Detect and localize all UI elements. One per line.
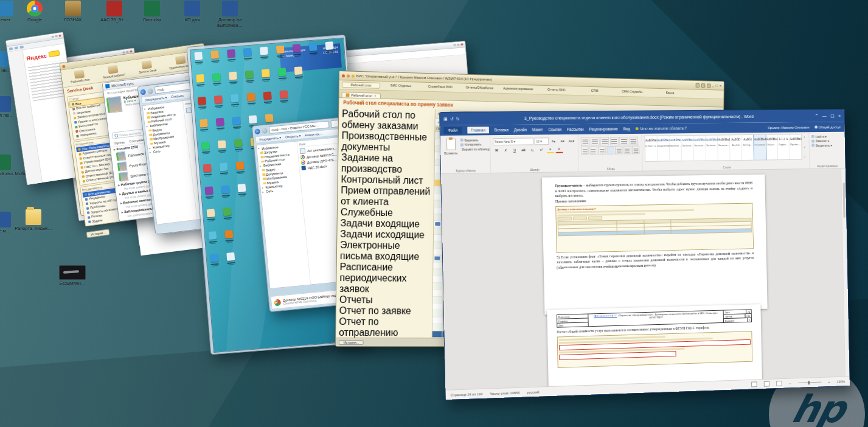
account-name[interactable]: Крымин Максим Олегович [768, 125, 810, 129]
desktop-shortcut-icon[interactable] [325, 41, 334, 50]
action-item[interactable]: Отчет по заявке [339, 305, 429, 317]
history-button[interactable]: История... [86, 229, 109, 238]
action-item[interactable]: Отчет по отправлению [339, 316, 429, 338]
document-page-2[interactable]: ИзменениеПодписьДата ЛНС 10.11-3 С ПВ СС… [547, 304, 762, 390]
desktop-shortcut-icon[interactable] [223, 207, 231, 216]
action-item[interactable]: Расписание периодических заявок [339, 262, 430, 295]
bullets-icon[interactable] [581, 137, 590, 145]
maximize-button[interactable]: ▢ [830, 113, 835, 119]
style-cell[interactable]: АаБбВв1 Заголов… [718, 135, 731, 160]
close-icon[interactable]: × [374, 94, 377, 98]
desktop-shortcut-icon[interactable] [232, 116, 241, 125]
menu-item[interactable]: Отчеты/Обработки [461, 85, 498, 92]
service-desk-tab[interactable]: Service Desk [130, 57, 164, 76]
ribbon-tab[interactable]: Вид [623, 127, 630, 131]
desktop-shortcut-icon[interactable] [201, 142, 210, 150]
action-item[interactable]: Служебные [341, 207, 431, 219]
history-button[interactable]: История... [339, 340, 364, 345]
read-mode-icon[interactable] [752, 381, 758, 387]
forward-button[interactable] [147, 88, 153, 94]
desktop-shortcut-icon[interactable] [227, 49, 235, 58]
underline-button[interactable]: Ч [510, 146, 518, 153]
close-icon[interactable]: × [838, 113, 841, 119]
desktop-shortcut-icon[interactable] [263, 91, 272, 100]
desktop-shortcut-icon[interactable] [196, 74, 204, 83]
desktop-shortcut-icon[interactable] [210, 254, 218, 262]
desktop-shortcut-icon[interactable] [260, 47, 268, 55]
increase-indent-icon[interactable] [619, 136, 628, 145]
save-icon[interactable]: ▣ [443, 116, 448, 121]
tell-me-box[interactable]: Что вы хотите сделать? [635, 126, 686, 131]
minimize-button[interactable]: _ [712, 84, 714, 88]
desktop-shortcut-icon[interactable] [220, 162, 228, 171]
desktop-shortcut-icon[interactable] [224, 230, 233, 238]
select-button[interactable]: Выделить ▾ [812, 143, 843, 147]
menu-item[interactable]: Рабочий стол [342, 82, 380, 89]
desktop-icon[interactable]: ААС 39_5+… [95, 1, 133, 23]
desktop-shortcut-icon[interactable] [276, 45, 285, 54]
grow-font-button[interactable]: А▴ [550, 137, 558, 145]
menu-item[interactable]: Администрирование [500, 86, 536, 93]
desktop-shortcut-icon[interactable] [278, 68, 286, 76]
style-cell[interactable]: АаБбВв1 Заголов… [706, 136, 718, 161]
desktop-icon[interactable]: Безымянн… [54, 265, 91, 286]
zoom-slider[interactable] [797, 381, 821, 383]
align-center-icon[interactable] [589, 146, 597, 154]
tab-workdesk[interactable]: Рабочий стол × [342, 92, 381, 99]
style-cell[interactable]: АаБбВв1 Обычный [754, 135, 766, 160]
style-cell[interactable]: АаБбВв1 Обычн… [766, 135, 778, 160]
desktop-shortcut-icon[interactable] [243, 48, 252, 57]
shrink-font-button[interactable]: А▾ [558, 137, 566, 144]
action-item[interactable]: Задачи исходящие [340, 229, 430, 241]
ribbon-tab[interactable]: Главная [467, 127, 489, 133]
action-item[interactable]: Производственные документы [341, 130, 431, 154]
desktop-shortcut-icon[interactable] [210, 50, 219, 59]
desktop-shortcut-icon[interactable] [221, 185, 230, 193]
align-left-icon[interactable] [581, 146, 589, 154]
zoom-in-button[interactable]: + [828, 380, 830, 384]
copy-button[interactable]: Копировать [460, 142, 487, 146]
toolbar-button[interactable]: Открыть [171, 94, 184, 99]
style-cell[interactable]: АаБбВв1 4-Текст о… [645, 136, 658, 161]
desktop-icon[interactable]: ГОЗНАК [54, 1, 92, 23]
ribbon-options-icon[interactable]: ⌃ [815, 113, 819, 119]
style-cell[interactable]: 1.1.1 А Подзаг… [778, 134, 790, 159]
justify-icon[interactable] [606, 146, 614, 154]
gallery-scroll[interactable]: ▴▾≡ [802, 134, 807, 160]
style-cell[interactable]: АаБбВв1 Заголов… [682, 136, 695, 161]
service-desk-tab[interactable]: Рабочий стол [62, 67, 97, 86]
multilevel-icon[interactable] [600, 137, 609, 145]
action-item[interactable]: Отчеты [339, 294, 429, 306]
desktop-shortcut-icon[interactable] [198, 97, 206, 105]
align-right-icon[interactable] [598, 146, 606, 154]
desktop-shortcut-icon[interactable] [216, 118, 224, 127]
desktop-shortcut-icon[interactable] [203, 164, 212, 172]
numbering-icon[interactable] [591, 137, 600, 145]
desktop-shortcut-icon[interactable] [208, 231, 217, 240]
sort-icon[interactable] [629, 136, 638, 145]
style-cell[interactable]: АаБбВв1 Пропис… [790, 134, 802, 159]
window-word[interactable]: ▣↺↻ 3_Руководство специалиста отдела кли… [439, 109, 850, 400]
italic-button[interactable]: К [502, 146, 510, 153]
desktop-icon[interactable]: Лист.xlsx [133, 1, 171, 23]
font-family-select[interactable]: Times New R ▾ [493, 137, 533, 145]
toolbar-icon[interactable] [695, 83, 700, 87]
ribbon-tab[interactable]: Файл [444, 127, 462, 134]
style-cell[interactable]: АаБб1 M-Only… [742, 135, 754, 160]
back-button[interactable]: ← [254, 128, 260, 134]
desktop-shortcut-icon[interactable] [207, 209, 215, 217]
desktop-shortcut-icon[interactable] [229, 72, 237, 80]
minimize-button[interactable]: — [822, 113, 827, 119]
toolbar-button[interactable]: Открыть ▾ [285, 134, 301, 139]
print-layout-icon[interactable] [764, 381, 770, 387]
desktop-shortcut-icon[interactable] [205, 186, 214, 195]
desktop-shortcut-icon[interactable] [293, 44, 301, 52]
desktop-shortcut-icon[interactable] [245, 71, 254, 79]
ribbon-tab[interactable]: Макет [532, 127, 543, 131]
ribbon-tab[interactable]: Дизайн [514, 128, 527, 132]
desktop-shortcut-icon[interactable] [234, 139, 243, 147]
format-painter-button[interactable]: Формат по образцу [460, 147, 487, 151]
desktop-shortcut-icon[interactable] [226, 252, 235, 261]
zoom-out-button[interactable]: − [789, 381, 791, 385]
ribbon-tab[interactable]: Рецензирование [589, 127, 618, 131]
